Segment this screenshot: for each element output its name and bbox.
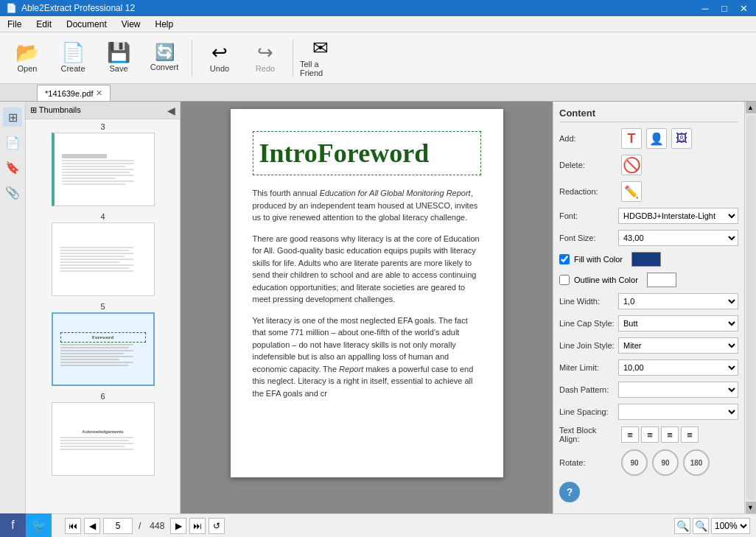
pdf-paragraph-3: Yet literacy is one of the most neglecte… <box>253 315 481 400</box>
align-center-button[interactable]: ≡ <box>641 427 659 443</box>
miter-limit-select[interactable]: 10,00 <box>618 359 738 376</box>
pdf-paragraph-1: This fourth annual Education for All Glo… <box>253 187 481 224</box>
scroll-up-arrow[interactable]: ▲ <box>746 102 756 113</box>
align-buttons: ≡ ≡ ≡ ≡ <box>621 427 699 443</box>
font-row: Font: HDGDBJ+Interstate-Light <box>559 208 738 224</box>
line-cap-row: Line Cap Style: Butt <box>559 315 738 331</box>
menu-edit[interactable]: Edit <box>29 18 59 31</box>
title-area: 📄 Able2Extract Professional 12 <box>6 3 135 13</box>
facebook-button[interactable]: f <box>0 513 26 537</box>
line-width-row: Line Width: 1,0 <box>559 293 738 309</box>
minimize-button[interactable]: ─ <box>699 3 712 14</box>
delete-label: Delete: <box>559 161 618 169</box>
redo-label: Redo <box>256 64 275 73</box>
toolbar-separator-1 <box>192 40 192 77</box>
thumbnails-list[interactable]: 3 <box>26 119 180 513</box>
add-image-button[interactable]: 👤 <box>646 128 667 149</box>
undo-button[interactable]: ↩ Undo <box>198 36 241 80</box>
line-cap-label: Line Cap Style: <box>559 319 618 328</box>
save-icon: 💾 <box>107 43 130 62</box>
convert-button[interactable]: 🔄 Convert <box>143 36 186 80</box>
menu-file[interactable]: File <box>0 18 29 31</box>
redaction-button[interactable]: ✏️ <box>621 181 642 202</box>
open-label: Open <box>18 64 38 73</box>
rotate-90-cw-button[interactable]: 90 <box>621 449 648 476</box>
rotate-90-ccw-label: 90 <box>661 459 669 467</box>
nav-controls: ⏮ ◀ / 448 ▶ ⏭ ↺ <box>65 518 225 534</box>
thumb-content-6: Acknowledgements <box>52 422 154 456</box>
next-page-button[interactable]: ▶ <box>170 518 186 534</box>
scroll-down-arrow[interactable]: ▼ <box>746 502 756 513</box>
zoom-select[interactable]: 100% 50% 75% 125% 150% 200% <box>711 518 750 534</box>
toolbar: 📂 Open 📄 Create 💾 Save 🔄 Convert ↩ Undo … <box>0 32 756 84</box>
zoom-out-button[interactable]: 🔍 <box>674 518 690 534</box>
thumbnails-title: ⊞ Thumbnails <box>30 105 81 115</box>
open-icon: 📂 <box>15 43 39 62</box>
rotate-label: Rotate: <box>559 458 618 467</box>
prev-page-button[interactable]: ◀ <box>84 518 100 534</box>
add-label: Add: <box>559 134 618 143</box>
fill-color-checkbox[interactable] <box>559 254 570 264</box>
thumbnail-page-4[interactable]: 4 <box>29 212 177 296</box>
document-tab[interactable]: *141639e.pdf ✕ <box>37 85 111 101</box>
line-join-select[interactable]: Miter <box>618 337 738 354</box>
last-page-button[interactable]: ⏭ <box>189 518 206 534</box>
pdf-viewer[interactable]: IntroForeword This fourth annual Educati… <box>181 102 553 513</box>
font-select[interactable]: HDGDBJ+Interstate-Light <box>618 208 738 224</box>
app-icon: 📄 <box>6 3 17 13</box>
align-right-button[interactable]: ≡ <box>661 427 679 443</box>
rotate-90-ccw-button[interactable]: 90 <box>652 449 679 476</box>
thumb-image-6: Acknowledgements <box>52 402 155 476</box>
create-button[interactable]: 📄 Create <box>52 36 94 80</box>
sidebar-bookmark-icon[interactable]: 🔖 <box>3 158 22 177</box>
menu-help[interactable]: Help <box>148 18 181 31</box>
thumbnail-page-6[interactable]: 6 Acknowledgements <box>29 392 177 476</box>
tab-close-button[interactable]: ✕ <box>96 88 102 98</box>
page-input[interactable] <box>103 518 133 534</box>
tell-friend-button[interactable]: ✉ Tell a Friend <box>299 36 342 80</box>
align-left-button[interactable]: ≡ <box>621 427 639 443</box>
line-width-select[interactable]: 1,0 <box>618 293 738 309</box>
align-justify-button[interactable]: ≡ <box>681 427 699 443</box>
outline-color-checkbox[interactable] <box>559 275 570 285</box>
redo-icon: ↪ <box>257 43 273 62</box>
redaction-row: Redaction: ✏️ <box>559 181 738 202</box>
rotate-180-button[interactable]: 180 <box>683 449 710 476</box>
open-button[interactable]: 📂 Open <box>6 36 49 80</box>
pdf-title-text: Intro <box>259 138 318 168</box>
sidebar-attach-icon[interactable]: 📎 <box>3 183 22 202</box>
twitter-button[interactable]: 🐦 <box>26 513 52 537</box>
save-label: Save <box>109 64 127 73</box>
thumbnails-collapse-button[interactable]: ◀ <box>167 105 175 116</box>
zoom-in-button[interactable]: 🔍 <box>693 518 709 534</box>
thumbnail-page-3[interactable]: 3 <box>29 122 177 206</box>
help-button[interactable]: ? <box>559 482 580 502</box>
thumbnail-page-5[interactable]: 5 Foreword <box>29 302 177 386</box>
outline-color-swatch[interactable] <box>647 273 676 287</box>
font-size-select[interactable]: 43,00 <box>618 230 738 246</box>
sidebar-page-icon[interactable]: 📄 <box>3 133 22 152</box>
sidebar-thumbnail-icon[interactable]: ⊞ <box>3 108 22 127</box>
dash-pattern-select[interactable] <box>618 382 738 398</box>
line-spacing-select[interactable] <box>618 404 738 420</box>
fill-color-label: Fill with Color <box>574 255 623 264</box>
first-page-button[interactable]: ⏮ <box>65 518 81 534</box>
redo-button[interactable]: ↪ Redo <box>244 36 287 80</box>
menu-view[interactable]: View <box>114 18 148 31</box>
save-button[interactable]: 💾 Save <box>97 36 140 80</box>
restore-button[interactable]: □ <box>718 3 731 14</box>
fill-color-swatch[interactable] <box>631 252 661 267</box>
thumb-content-4 <box>52 241 154 278</box>
delete-button[interactable]: 🚫 <box>621 155 642 175</box>
refresh-button[interactable]: ↺ <box>209 518 225 534</box>
add-text-button[interactable]: T <box>621 128 642 149</box>
social-buttons: f 🐦 <box>0 513 52 537</box>
right-panel-scrollbar[interactable]: ▲ ▼ <box>744 102 756 513</box>
create-label: Create <box>60 64 85 73</box>
close-button[interactable]: ✕ <box>737 3 750 14</box>
scroll-thumb[interactable] <box>746 115 755 500</box>
menu-document[interactable]: Document <box>59 18 114 31</box>
line-cap-select[interactable]: Butt <box>618 315 738 331</box>
add-object-button[interactable]: 🖼 <box>671 128 692 149</box>
help-area: ? <box>559 482 738 502</box>
